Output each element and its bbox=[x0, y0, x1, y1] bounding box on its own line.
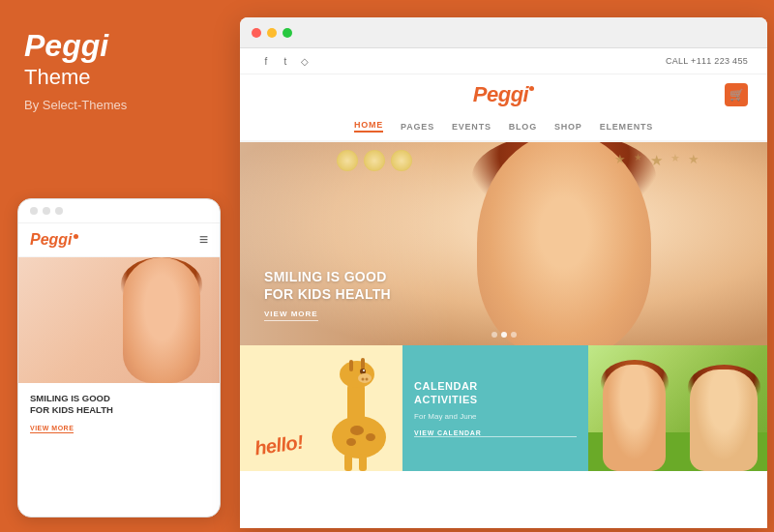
mobile-hero bbox=[18, 257, 220, 383]
browser-bar bbox=[240, 17, 767, 48]
left-panel: Peggi Theme By Select-Themes Peggi ≡ SMI… bbox=[0, 0, 237, 532]
svg-point-7 bbox=[350, 426, 364, 435]
website-content: f t ◇ CALL +111 223 455 Peggi 🛒 HOME PAG… bbox=[240, 48, 767, 471]
carousel-dot-1[interactable] bbox=[491, 332, 497, 338]
pom-1 bbox=[337, 150, 358, 171]
calendar-subtitle: For May and June bbox=[414, 411, 577, 422]
nav-shop[interactable]: SHOP bbox=[554, 122, 582, 132]
svg-point-14 bbox=[366, 378, 369, 381]
site-header: Peggi 🛒 bbox=[240, 74, 767, 115]
svg-rect-10 bbox=[344, 454, 352, 471]
mobile-header: Peggi ≡ bbox=[18, 223, 220, 257]
nav-blog[interactable]: BLOG bbox=[509, 122, 537, 132]
carousel-dot-2[interactable] bbox=[501, 332, 507, 338]
mobile-dot-1 bbox=[30, 207, 38, 215]
carousel-dot-3[interactable] bbox=[511, 332, 517, 338]
grid-cell-giraffe: hello! bbox=[240, 345, 402, 471]
hero-stars: ★ ★ ★ ★ ★ bbox=[614, 152, 759, 169]
mobile-hero-caption: SMILING IS GOODFOR KIDS HEALTH bbox=[30, 393, 208, 417]
nav-elements[interactable]: ELEMENTS bbox=[600, 122, 653, 132]
twitter-icon[interactable]: t bbox=[279, 54, 292, 68]
browser-window: f t ◇ CALL +111 223 455 Peggi 🛒 HOME PAG… bbox=[240, 17, 767, 528]
child-left-figure bbox=[603, 365, 666, 471]
calendar-view-link[interactable]: VIEW CALENDAR bbox=[414, 429, 577, 437]
mobile-baby-face bbox=[123, 257, 200, 383]
svg-rect-11 bbox=[359, 454, 367, 471]
svg-point-9 bbox=[346, 438, 356, 446]
svg-rect-4 bbox=[361, 358, 365, 369]
cart-icon[interactable]: 🛒 bbox=[725, 83, 748, 106]
star-5: ★ bbox=[688, 152, 700, 169]
nav-events[interactable]: EVENTS bbox=[452, 122, 491, 132]
grid-cell-kids bbox=[588, 345, 767, 471]
social-icons: f t ◇ bbox=[259, 54, 312, 68]
theme-byline: By Select-Themes bbox=[24, 98, 213, 112]
hero-carousel-dots bbox=[491, 332, 517, 338]
theme-title: Peggi bbox=[24, 29, 213, 63]
kids-photo bbox=[588, 345, 767, 471]
svg-point-8 bbox=[366, 433, 375, 441]
browser-maximize-dot[interactable] bbox=[283, 28, 292, 38]
svg-rect-3 bbox=[349, 360, 353, 371]
svg-point-6 bbox=[363, 369, 365, 371]
instagram-icon[interactable]: ◇ bbox=[298, 54, 312, 68]
site-topbar: f t ◇ CALL +111 223 455 bbox=[240, 48, 767, 74]
pom-2 bbox=[364, 150, 385, 171]
star-1: ★ bbox=[614, 152, 626, 169]
mobile-dot-2 bbox=[43, 207, 50, 215]
star-3: ★ bbox=[650, 152, 663, 169]
hero-baby-head bbox=[477, 142, 651, 345]
pom-3 bbox=[391, 150, 412, 171]
star-2: ★ bbox=[634, 152, 642, 169]
hero-text-overlay: SMILING IS GOOD FOR KIDS HEALTH VIEW MOR… bbox=[264, 268, 391, 321]
nav-home[interactable]: HOME bbox=[354, 120, 383, 133]
mobile-logo: Peggi bbox=[30, 231, 78, 249]
mobile-caption: SMILING IS GOODFOR KIDS HEALTH VIEW MORE bbox=[18, 383, 220, 439]
nav-pages[interactable]: PAGES bbox=[401, 122, 434, 132]
browser-close-dot[interactable] bbox=[252, 28, 261, 38]
phone-number: CALL +111 223 455 bbox=[666, 56, 748, 66]
hero-view-more[interactable]: VIEW MORE bbox=[264, 310, 318, 321]
site-hero: ★ ★ ★ ★ ★ SMILING IS GOOD FOR KIDS HEALT… bbox=[240, 142, 767, 345]
svg-point-13 bbox=[362, 378, 365, 381]
child-right-figure bbox=[690, 369, 758, 471]
site-nav: HOME PAGES EVENTS BLOG SHOP ELEMENTS bbox=[240, 115, 767, 142]
svg-point-12 bbox=[358, 373, 372, 383]
hello-text: hello! bbox=[253, 431, 305, 460]
star-4: ★ bbox=[670, 152, 680, 169]
mobile-top-bar bbox=[18, 199, 220, 223]
site-logo: Peggi bbox=[473, 82, 534, 107]
mobile-logo-dot bbox=[74, 234, 78, 239]
theme-subtitle: Theme bbox=[24, 65, 213, 90]
mobile-mockup: Peggi ≡ SMILING IS GOODFOR KIDS HEALTH V… bbox=[17, 198, 221, 517]
browser-minimize-dot[interactable] bbox=[267, 28, 277, 38]
grid-cell-calendar: CALENDAR ACtIVITIES For May and June VIE… bbox=[402, 345, 588, 471]
hero-caption: SMILING IS GOOD FOR KIDS HEALTH bbox=[264, 268, 391, 303]
bottom-grid: hello! bbox=[240, 345, 767, 471]
mobile-menu-icon[interactable]: ≡ bbox=[199, 232, 208, 248]
svg-point-2 bbox=[340, 361, 374, 388]
mobile-view-more-link[interactable]: VIEW MORE bbox=[30, 425, 74, 433]
hero-decorations bbox=[337, 150, 412, 171]
calendar-activities-title: CALENDAR ACtIVITIES bbox=[414, 379, 577, 407]
facebook-icon[interactable]: f bbox=[259, 54, 273, 68]
site-logo-dot bbox=[529, 86, 534, 91]
giraffe-illustration bbox=[311, 345, 398, 471]
mobile-dot-3 bbox=[55, 207, 63, 215]
